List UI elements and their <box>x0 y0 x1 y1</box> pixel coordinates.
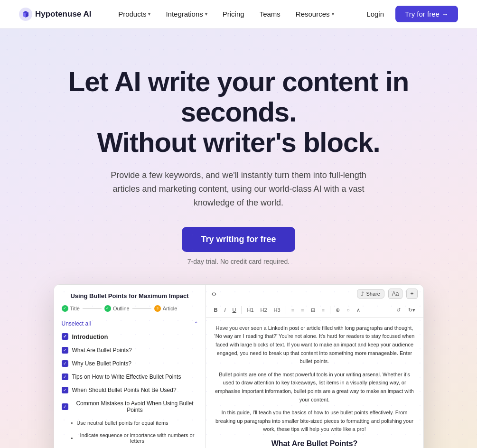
navbar: Hypotenuse AI Products ▾ Integrations ▾ … <box>0 0 477 28</box>
app-editor-panel: ‹› ⤴ Share Aa + B I U H1 H2 H3 <box>206 285 423 448</box>
format-toolbar: B I U H1 H2 H3 ≡ ≡ ⊞ ≡ ⊕ ○ ∧ ↺ ↻▾ <box>206 303 423 317</box>
toolbar-separator-2 <box>286 306 286 314</box>
h1-button[interactable]: H1 <box>244 306 256 314</box>
hero-cta-button[interactable]: Try writing for free <box>182 227 295 252</box>
content-h2-bullet-points: What Are Bullet Points? <box>214 439 416 448</box>
image-button[interactable]: ○ <box>344 306 352 314</box>
hero-title: Let AI write your content in seconds. Wi… <box>49 66 429 157</box>
chevron-up-icon: ⌃ <box>194 321 198 326</box>
nav-resources[interactable]: Resources ▾ <box>289 7 341 21</box>
toolbar-separator-1 <box>241 306 242 314</box>
step-outline: ✓ Outline <box>104 305 130 312</box>
checkbox-why[interactable] <box>62 360 68 367</box>
toolbar-right: ⤴ Share Aa + <box>357 289 417 299</box>
app-outline-panel: Using Bullet Points for Maximum Impact ✓… <box>54 285 206 448</box>
share-icon: ⤴ <box>361 291 364 297</box>
outline-item-why: Why Use Bullet Points? <box>54 357 206 370</box>
align-center-button[interactable]: ≡ <box>299 306 306 314</box>
checkbox-introduction[interactable] <box>62 333 68 340</box>
try-for-free-button[interactable]: Try for free → <box>395 6 458 22</box>
italic-button[interactable]: I <box>222 306 228 314</box>
doc-title: Using Bullet Points for Maximum Impact <box>54 292 206 305</box>
outline-item-introduction: Introduction <box>54 330 206 344</box>
bold-button[interactable]: B <box>212 306 220 314</box>
chevron-down-icon: ▾ <box>148 11 150 17</box>
progress-steps: ✓ Title ✓ Outline 3 Article <box>54 305 206 317</box>
step-title-check: ✓ <box>62 305 68 312</box>
checkbox-mistakes[interactable] <box>62 403 68 410</box>
outline-item-what: What Are Bullet Points? <box>54 344 206 357</box>
link-button[interactable]: ⊕ <box>333 306 342 314</box>
nav-teams[interactable]: Teams <box>253 7 287 21</box>
hypotenuse-logo-icon <box>19 8 32 21</box>
login-button[interactable]: Login <box>361 7 390 21</box>
translate-button[interactable]: Aa <box>388 289 403 299</box>
unselect-all-button[interactable]: Unselect all ⌃ <box>54 317 206 330</box>
nav-pricing[interactable]: Pricing <box>216 7 251 21</box>
checkbox-tips[interactable] <box>62 373 68 380</box>
content-para-3: In this guide, I'll teach you the basics… <box>214 409 416 434</box>
outline-item-mistakes: Common Mistakes to Avoid When Using Bull… <box>54 397 206 417</box>
add-button[interactable]: + <box>406 289 417 299</box>
undo-redo-group: ↺ ↻▾ <box>394 306 418 314</box>
outline-item-tips: Tips on How to Write Effective Bullet Po… <box>54 370 206 383</box>
nav-integrations[interactable]: Integrations ▾ <box>159 7 214 21</box>
sub-item-2: • Indicate sequence or importance with n… <box>54 429 206 447</box>
hero-section: Let AI write your content in seconds. Wi… <box>0 28 477 448</box>
step-title: ✓ Title <box>62 305 80 312</box>
toolbar-left: ‹› <box>212 289 217 298</box>
nav-right: Login Try for free → <box>361 6 458 22</box>
nav-items: Products ▾ Integrations ▾ Pricing Teams … <box>112 7 340 21</box>
outline-item-when: When Should Bullet Points Not Be Used? <box>54 383 206 397</box>
chevron-down-icon: ▾ <box>332 11 334 17</box>
content-para-2: Bullet points are one of the most powerf… <box>214 371 416 404</box>
checkbox-what[interactable] <box>62 347 68 354</box>
redo-button[interactable]: ↻▾ <box>406 306 418 314</box>
app-screenshot: Using Bullet Points for Maximum Impact ✓… <box>54 284 424 448</box>
more-button[interactable]: ∧ <box>354 306 363 314</box>
share-button[interactable]: ⤴ Share <box>357 289 384 299</box>
bullet-list-button[interactable]: ⊞ <box>309 306 318 314</box>
cursor-icon: ‹› <box>212 289 217 298</box>
editor-content: Have you ever seen a LinkedIn post or ar… <box>206 317 423 448</box>
hero-subtitle: Provide a few keywords, and we'll instan… <box>96 168 381 209</box>
editor-toolbar: ‹› ⤴ Share Aa + <box>206 285 423 303</box>
hero-cta-note: 7-day trial. No credit card required. <box>19 258 458 265</box>
step-outline-check: ✓ <box>104 305 111 312</box>
toolbar-separator-3 <box>330 306 330 314</box>
h3-button[interactable]: H3 <box>271 306 283 314</box>
chevron-down-icon: ▾ <box>205 11 207 17</box>
undo-button[interactable]: ↺ <box>394 306 403 314</box>
sub-item-1: • Use neutral bullet points for equal it… <box>54 417 206 429</box>
step-line-2 <box>132 308 151 309</box>
step-article-check: 3 <box>154 305 161 312</box>
h2-button[interactable]: H2 <box>258 306 270 314</box>
underline-button[interactable]: U <box>230 306 239 314</box>
brand-name: Hypotenuse AI <box>35 9 91 19</box>
content-para-1: Have you ever seen a LinkedIn post or ar… <box>214 324 416 366</box>
align-left-button[interactable]: ≡ <box>289 306 297 314</box>
step-article: 3 Article <box>154 305 178 312</box>
checkbox-when[interactable] <box>62 387 68 393</box>
logo-area: Hypotenuse AI <box>19 8 91 21</box>
step-line-1 <box>83 308 102 309</box>
ordered-list-button[interactable]: ≡ <box>319 306 327 314</box>
nav-products[interactable]: Products ▾ <box>112 7 157 21</box>
